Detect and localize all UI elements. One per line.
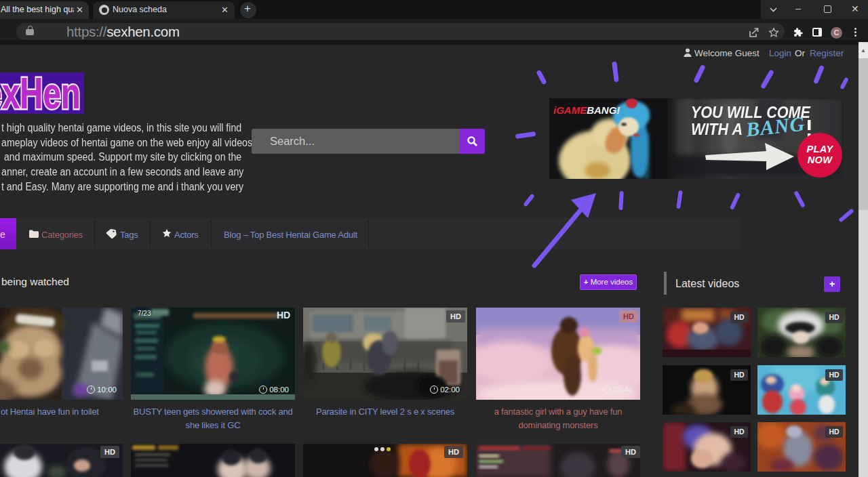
svg-text:7/23: 7/23	[138, 310, 151, 317]
